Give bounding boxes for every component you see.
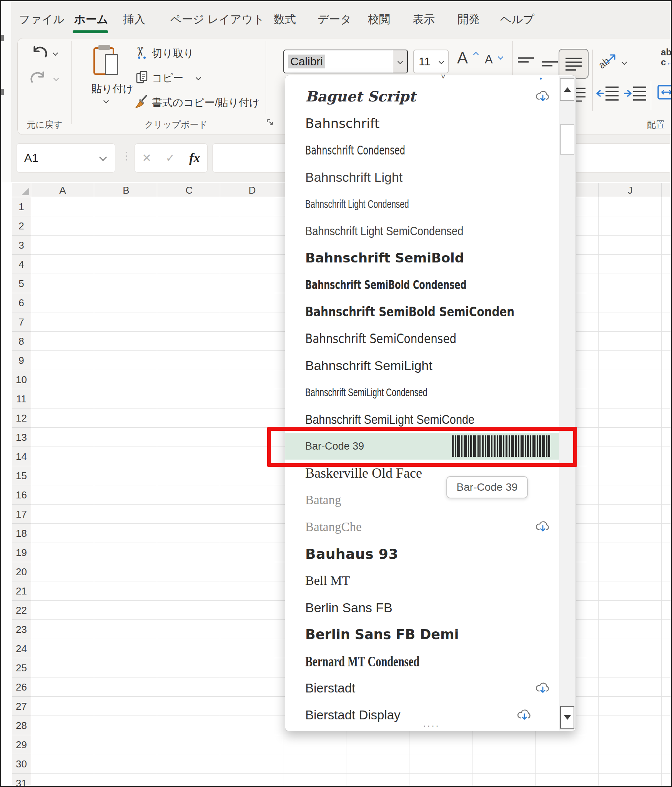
font-option[interactable]: Bierstadt — [285, 675, 559, 702]
row-header[interactable]: 16 — [12, 485, 31, 505]
row-header[interactable]: 27 — [12, 697, 31, 716]
tab-file[interactable]: ファイル — [19, 12, 65, 27]
font-option[interactable]: Bahnschrift Light SemiCondensed — [285, 218, 559, 244]
row-header[interactable]: 6 — [12, 293, 31, 312]
font-name-combobox[interactable]: Calibri — [283, 50, 408, 73]
font-option[interactable]: Bahnschrift SemiCondensed — [285, 325, 559, 352]
font-option[interactable]: Bernard MT Condensed — [285, 648, 559, 675]
row-header[interactable]: 5 — [12, 274, 31, 293]
name-box-dropdown-chevron[interactable] — [99, 153, 107, 161]
row-header[interactable]: 7 — [12, 312, 31, 332]
decrease-indent-button[interactable] — [595, 85, 620, 103]
format-painter-button[interactable]: 書式のコピー/貼り付け — [152, 96, 260, 110]
row-header[interactable]: 11 — [12, 389, 31, 408]
select-all-button[interactable] — [12, 183, 31, 197]
row-header[interactable]: 30 — [12, 754, 31, 774]
tab-view[interactable]: 表示 — [413, 12, 435, 27]
font-option[interactable]: Bahnschrift SemiLight Condensed — [285, 379, 559, 406]
redo-icon[interactable] — [30, 71, 48, 90]
row-header[interactable]: 12 — [12, 408, 31, 428]
column-header-a[interactable]: A — [59, 184, 66, 196]
dropdown-resize-grip[interactable]: ···· — [416, 720, 447, 731]
copy-button[interactable]: コピー — [152, 71, 183, 85]
font-option[interactable]: Bahnschrift SemiBold Condensed — [285, 271, 559, 298]
row-header[interactable]: 29 — [12, 735, 31, 754]
font-option[interactable]: Bahnschrift SemiLight — [285, 352, 559, 379]
font-name-value[interactable]: Calibri — [288, 55, 325, 68]
column-header-c[interactable]: C — [186, 184, 193, 196]
column-header-d[interactable]: D — [249, 184, 256, 196]
row-header[interactable]: 26 — [12, 677, 31, 697]
font-name-dropdown-arrow[interactable] — [393, 50, 407, 73]
font-option[interactable]: Berlin Sans FB Demi — [285, 621, 559, 648]
scrollbar-thumb[interactable] — [560, 125, 574, 154]
scroll-up-button[interactable] — [560, 78, 574, 101]
tab-page-layout[interactable]: ページ レイアウト — [170, 12, 264, 27]
row-header[interactable]: 9 — [12, 351, 31, 370]
row-header[interactable]: 13 — [12, 428, 31, 447]
name-box[interactable]: A1 — [16, 143, 115, 173]
row-header[interactable]: 25 — [12, 658, 31, 677]
row-header[interactable]: 20 — [12, 562, 31, 581]
align-bottom-button-selected[interactable] — [559, 49, 589, 79]
decrease-font-size-button[interactable]: A — [485, 53, 508, 74]
dropdown-scrollbar-track[interactable] — [559, 76, 575, 731]
increase-indent-button[interactable] — [623, 85, 648, 103]
tab-data[interactable]: データ — [318, 12, 351, 27]
clipboard-dialog-launcher-icon[interactable] — [266, 118, 274, 126]
tab-review[interactable]: 校閲 — [368, 12, 390, 27]
font-option[interactable]: Bauhaus 93 — [285, 540, 559, 567]
font-option[interactable]: Bahnschrift SemiBold — [285, 244, 559, 271]
row-header[interactable]: 14 — [12, 447, 31, 466]
font-option[interactable]: Bahnschrift — [285, 110, 559, 137]
row-header[interactable]: 22 — [12, 601, 31, 620]
tab-developer[interactable]: 開発 — [457, 12, 480, 27]
column-header-j[interactable]: J — [628, 184, 633, 196]
row-header[interactable]: 4 — [12, 255, 31, 274]
font-option[interactable]: BatangChe — [285, 513, 559, 540]
font-size-value[interactable]: 11 — [419, 55, 431, 68]
row-header[interactable]: 10 — [12, 370, 31, 389]
font-option[interactable]: Bahnschrift Light — [285, 164, 559, 191]
align-top-button[interactable] — [517, 55, 535, 72]
row-header[interactable]: 17 — [12, 505, 31, 524]
font-option[interactable]: Berlin Sans FB — [285, 594, 559, 621]
font-option[interactable]: Bell MT — [285, 567, 559, 594]
tab-home[interactable]: ホーム — [74, 12, 108, 27]
font-option[interactable]: Bahnschrift Condensed — [285, 137, 559, 164]
align-middle-button[interactable] — [541, 55, 559, 72]
row-header[interactable]: 15 — [12, 466, 31, 485]
font-option[interactable]: Bahnschrift Light Condensed — [285, 191, 559, 218]
font-option[interactable]: Bahnschrift SemiBold SemiConden — [285, 298, 559, 325]
row-header[interactable]: 24 — [12, 639, 31, 658]
wrap-text-button[interactable]: ab c← — [661, 47, 672, 67]
row-header[interactable]: 18 — [12, 524, 31, 543]
orientation-button[interactable]: ab — [598, 51, 619, 74]
enter-button[interactable]: ✓ — [166, 151, 175, 164]
tab-help[interactable]: ヘルプ — [500, 12, 534, 27]
cancel-button[interactable]: ✕ — [142, 151, 151, 164]
undo-icon[interactable] — [30, 46, 48, 64]
row-header[interactable]: 23 — [12, 620, 31, 639]
merge-center-button[interactable] — [657, 83, 672, 101]
paste-label[interactable]: 貼り付け — [91, 82, 122, 96]
row-header[interactable]: 21 — [12, 581, 31, 601]
scroll-down-button[interactable] — [560, 706, 574, 729]
increase-font-size-button[interactable]: A — [457, 49, 482, 74]
font-size-combobox[interactable]: 11 — [413, 50, 449, 73]
row-header[interactable]: 31 — [12, 774, 31, 787]
font-option[interactable]: Baguet Script — [285, 83, 559, 110]
row-header[interactable]: 3 — [12, 236, 31, 255]
paste-button[interactable] — [93, 45, 119, 77]
column-header-b[interactable]: B — [123, 184, 129, 196]
cell-reference[interactable]: A1 — [24, 151, 38, 164]
row-header[interactable]: 2 — [12, 216, 31, 236]
row-header[interactable]: 8 — [12, 332, 31, 351]
row-header[interactable]: 1 — [12, 197, 31, 216]
tab-formulas[interactable]: 数式 — [274, 12, 296, 27]
row-header[interactable]: 28 — [12, 716, 31, 735]
tab-insert[interactable]: 挿入 — [123, 12, 145, 27]
row-header[interactable]: 19 — [12, 543, 31, 562]
cut-button[interactable]: 切り取り — [152, 46, 194, 60]
insert-function-button[interactable]: fx — [189, 151, 200, 165]
